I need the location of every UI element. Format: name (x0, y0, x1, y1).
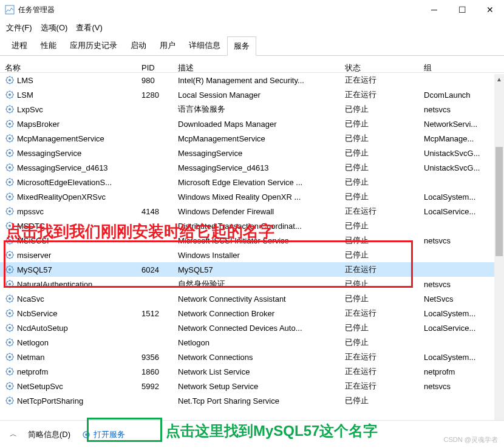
cell-name: MicrosoftEdgeElevationS... (0, 177, 137, 187)
menubar: 文件(F) 选项(O) 查看(V) (0, 19, 504, 36)
table-row[interactable]: McpManagementServiceMcpManagementService… (0, 131, 504, 146)
cell-name: MSDTC (0, 221, 137, 231)
chevron-up-icon[interactable]: ︿ (10, 429, 17, 440)
col-group[interactable]: 组 (419, 63, 492, 73)
table-row[interactable]: MessagingServiceMessagingService已停止Unist… (0, 146, 504, 160)
cell-name: msiserver (0, 250, 137, 260)
col-state[interactable]: 状态 (340, 63, 419, 73)
svg-point-36 (9, 327, 11, 329)
tab-services[interactable]: 服务 (227, 36, 256, 56)
svg-point-10 (9, 137, 11, 140)
scroll-up-arrow[interactable]: ▲ (494, 74, 504, 84)
svg-point-22 (9, 225, 11, 227)
minimize-button[interactable]: ─ (420, 0, 448, 19)
cell-desc: Net.Tcp Port Sharing Service (173, 396, 340, 406)
svg-point-34 (9, 312, 11, 314)
table-row[interactable]: NcbService1512Network Connection Broker正… (0, 306, 504, 321)
cell-state: 正在运行 (340, 308, 419, 319)
table-row[interactable]: NcdAutoSetupNetwork Connected Devices Au… (0, 321, 504, 335)
scroll-thumb[interactable] (495, 147, 503, 256)
cell-name: NetTcpPortSharing (0, 396, 137, 406)
svg-point-42 (9, 370, 11, 373)
tab-processes[interactable]: 进程 (5, 36, 34, 55)
close-button[interactable]: ✕ (476, 0, 504, 19)
window-title: 任务管理器 (18, 5, 420, 15)
table-row[interactable]: mpssvc4148Windows Defender Firewall正在运行L… (0, 204, 504, 219)
table-row[interactable]: netprofm1860Network List Service正在运行netp… (0, 364, 504, 379)
app-icon (5, 5, 15, 15)
menu-view[interactable]: 查看(V) (76, 22, 102, 33)
tab-details[interactable]: 详细信息 (182, 36, 227, 55)
cell-desc: McpManagementService (173, 134, 340, 143)
cell-desc: Netlogon (173, 338, 340, 347)
cell-state: 已停止 (340, 249, 419, 260)
cell-group: netsvcs (419, 236, 492, 245)
cell-state: 已停止 (340, 148, 419, 158)
cell-desc: Network Connected Devices Auto... (173, 324, 340, 333)
cell-group: McpManage... (419, 134, 492, 143)
cell-desc: Microsoft iSCSI Initiator Service (173, 236, 340, 245)
tab-startup[interactable]: 启动 (124, 36, 153, 55)
table-row[interactable]: NaturalAuthentication自然身份验证已停止netsvcs (0, 277, 504, 291)
maximize-button[interactable]: ☐ (448, 0, 476, 19)
table-row[interactable]: NetlogonNetlogon已停止 (0, 335, 504, 350)
watermark: CSDN @灵魂学者 (444, 435, 498, 444)
table-row[interactable]: NetSetupSvc5992Network Setup Service正在运行… (0, 379, 504, 393)
cell-name: MixedRealityOpenXRSvc (0, 192, 137, 202)
cell-desc: MessagingService_d4613 (173, 163, 340, 172)
cell-state: 已停止 (340, 220, 419, 231)
svg-point-6 (9, 108, 11, 110)
cell-desc: Microsoft Edge Elevation Service ... (173, 178, 340, 187)
table-row[interactable]: NetTcpPortSharingNet.Tcp Port Sharing Se… (0, 393, 504, 408)
cell-state: 正在运行 (340, 351, 419, 362)
table-row[interactable]: LSM1280Local Session Manager正在运行DcomLaun… (0, 87, 504, 102)
services-table: 名称 PID 描述 状态 组 LMS980Intel(R) Management… (0, 56, 504, 432)
cell-state: 已停止 (340, 235, 419, 246)
table-row[interactable]: MicrosoftEdgeElevationS...Microsoft Edge… (0, 175, 504, 189)
col-desc[interactable]: 描述 (173, 63, 340, 73)
cell-desc: Windows Mixed Reality OpenXR ... (173, 192, 340, 202)
cell-desc: Intel(R) Management and Security... (173, 76, 340, 85)
tab-performance[interactable]: 性能 (34, 36, 63, 55)
menu-file[interactable]: 文件(F) (6, 22, 32, 33)
cell-group: LocalSystem... (419, 309, 492, 318)
table-row[interactable]: LMS980Intel(R) Management and Security..… (0, 73, 504, 87)
tab-app-history[interactable]: 应用历史记录 (63, 36, 124, 55)
tab-bar: 进程 性能 应用历史记录 启动 用户 详细信息 服务 (0, 36, 504, 56)
cell-state: 已停止 (340, 104, 419, 115)
cell-name: LxpSvc (0, 104, 137, 114)
cell-group: LocalService... (419, 207, 492, 216)
svg-point-38 (9, 341, 11, 344)
cell-group: LocalSystem... (419, 353, 492, 362)
tab-users[interactable]: 用户 (153, 36, 182, 55)
svg-point-40 (9, 356, 11, 358)
table-row[interactable]: MySQL576024MySQL57正在运行 (0, 262, 504, 277)
col-name[interactable]: 名称 (0, 63, 137, 73)
vertical-scrollbar[interactable]: ▲ ▼ (494, 74, 504, 432)
cell-state: 正在运行 (340, 366, 419, 377)
cell-group: DcomLaunch (419, 90, 492, 100)
cell-name: NetSetupSvc (0, 381, 137, 391)
table-row[interactable]: NcaSvcNetwork Connectivity Assistant已停止N… (0, 291, 504, 306)
table-row[interactable]: MapsBrokerDownloaded Maps Manager已停止Netw… (0, 117, 504, 131)
table-row[interactable]: msiserverWindows Installer已停止 (0, 248, 504, 262)
cell-name: LSM (0, 90, 137, 100)
table-row[interactable]: MSDTCDistributed Transaction Coordinat..… (0, 219, 504, 233)
cell-group: LocalSystem... (419, 192, 492, 202)
open-services-link[interactable]: 打开服务 (81, 429, 125, 440)
cell-state: 正在运行 (340, 264, 419, 275)
table-row[interactable]: MixedRealityOpenXRSvcWindows Mixed Reali… (0, 189, 504, 204)
cell-name: MSiSCSI (0, 236, 137, 245)
cell-desc: Network Connections (173, 353, 340, 362)
table-row[interactable]: MSiSCSIMicrosoft iSCSI Initiator Service… (0, 233, 504, 248)
table-row[interactable]: LxpSvc语言体验服务已停止netsvcs (0, 102, 504, 117)
cell-name: Netman (0, 352, 137, 362)
cell-pid: 5992 (137, 382, 173, 391)
cell-desc: 自然身份验证 (173, 279, 340, 290)
cell-name: NcdAutoSetup (0, 323, 137, 333)
menu-options[interactable]: 选项(O) (41, 22, 68, 33)
fewer-details-link[interactable]: 简略信息(D) (28, 429, 70, 440)
table-row[interactable]: Netman9356Network Connections正在运行LocalSy… (0, 350, 504, 364)
table-row[interactable]: MessagingService_d4613MessagingService_d… (0, 160, 504, 175)
col-pid[interactable]: PID (137, 63, 173, 72)
